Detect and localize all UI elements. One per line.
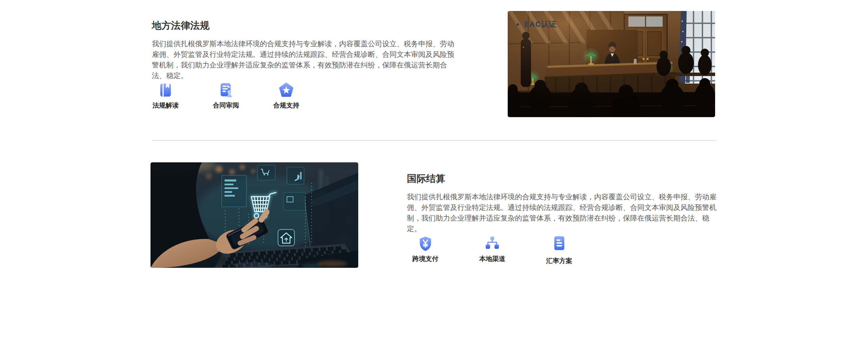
- section-divider: [152, 140, 716, 141]
- feature-contract-review: 合同审阅: [212, 82, 240, 110]
- ecommerce-photo: [150, 162, 358, 268]
- eac-certification-label: EAC认证: [524, 19, 557, 29]
- section-title: 地方法律法规: [152, 19, 458, 32]
- feature-list: 法规解读: [152, 82, 458, 110]
- channels-network-icon: [485, 236, 500, 251]
- feature-compliance-support: 合规支持: [273, 82, 300, 110]
- local-laws-text-column: 地方法律法规 我们提供扎根俄罗斯本地法律环境的合规支持与专业解读，内容覆盖公司设…: [152, 19, 458, 110]
- rates-doc-icon: [553, 236, 566, 251]
- badge-star-icon: [279, 82, 294, 98]
- feature-label: 法规解读: [153, 101, 179, 110]
- feature-local-channels: 本地渠道: [479, 236, 506, 263]
- shield-yuan-icon: [419, 236, 432, 251]
- feature-label: 合规支持: [273, 101, 299, 110]
- contract-stamp-icon: [218, 82, 233, 98]
- international-settlement-text-column: 国际结算 我们提供扎根俄罗斯本地法律环境的合规支持与专业解读，内容覆盖公司设立、…: [407, 172, 718, 263]
- feature-label: 本地渠道: [479, 254, 505, 263]
- feature-list: 跨境支付 本地渠道: [412, 236, 718, 263]
- book-icon: [159, 82, 172, 98]
- feature-cross-border-payment: 跨境支付: [412, 236, 439, 263]
- feature-label: 汇率方案: [546, 257, 572, 265]
- section-title: 国际结算: [407, 172, 718, 185]
- bullet-dot: [517, 23, 519, 26]
- section-paragraph: 我们提供扎根俄罗斯本地法律环境的合规支持与专业解读，内容覆盖公司设立、税务申报、…: [407, 191, 718, 234]
- feature-label: 合同审阅: [213, 101, 239, 110]
- feature-label: 跨境支付: [412, 254, 438, 263]
- courtroom-photo: EAC认证: [508, 11, 715, 117]
- ecommerce-illustration: [150, 162, 358, 268]
- photo-overlay-label: EAC认证: [517, 19, 557, 29]
- section-paragraph: 我们提供扎根俄罗斯本地法律环境的合规支持与专业解读，内容覆盖公司设立、税务申报、…: [152, 38, 458, 81]
- feature-exchange-rate-plan: 汇率方案: [545, 236, 573, 263]
- feature-regulation-reading: 法规解读: [152, 82, 179, 110]
